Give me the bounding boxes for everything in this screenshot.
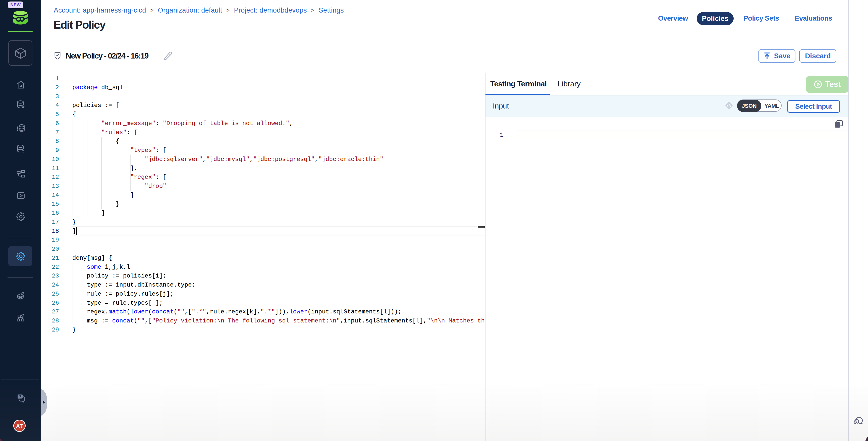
svg-text:?: ?	[19, 394, 21, 399]
